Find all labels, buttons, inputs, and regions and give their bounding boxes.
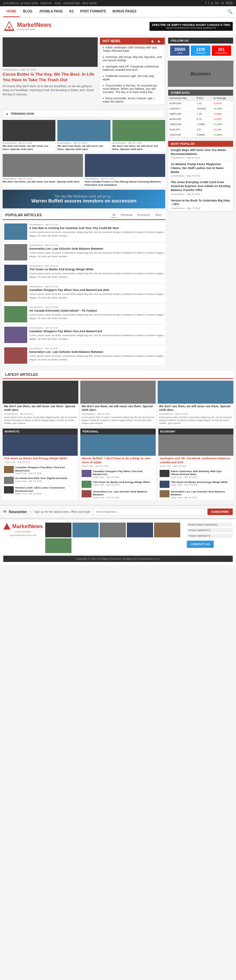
currency-pair: USD/CAD [168,122,195,127]
trending-item[interactable]: SmartAddons - Mar 23, 2018 We don't see … [57,120,110,151]
cat-sub-info: Go Ahead And Date Your Digital Assistant… [15,477,77,482]
nav-k2[interactable]: K2 [66,6,77,17]
currency-change: -0.19% [212,127,233,132]
trending-item[interactable]: SmartAddons - Mar 23, 2018 We don't see … [112,120,165,151]
cat-main-meta: Super User - Mar 22 2018 [81,465,154,467]
latest-article-item[interactable]: We don't see them, we will never see the… [3,381,78,426]
pinterest-icon[interactable]: p [211,1,213,5]
topbar-buynow[interactable]: BUY NOW [83,2,97,5]
footer-link-1[interactable]: INVESTMENT BANKING [187,523,233,527]
featured-title[interactable]: Cocoa Butter Is The Key. We The Best. In… [3,72,98,83]
footer-links: INVESTMENT BANKING TODAY MARKETS TODAY M… [187,523,233,553]
footer-link-3[interactable]: TODAY MARKETS [187,534,233,538]
cat-sub-item[interactable]: TSX Down As Banks And Energy Weigh While… [80,479,155,489]
cat-main-title[interactable]: Apologies and VR: Facebook conference ba… [159,457,232,464]
latest-article-item[interactable]: We don't see them, we will never see the… [80,381,156,426]
footer-email[interactable]: support@marketnews.com [9,534,37,536]
cat-main-title[interactable]: Warren Buffett: 'I don't have to do a th… [81,457,154,464]
most-popular-item[interactable]: As Melania Trump Faces Plagiarism Claims… [168,161,233,179]
most-popular-item[interactable]: Google Maps Will Soon Give You Better Re… [168,147,233,161]
hot-news-prev[interactable]: ◀ [149,39,155,43]
popular-article-item[interactable]: SmartAddons - Mar 23 2018 A Gas Ban Is C… [3,222,165,242]
nav-joomla[interactable]: JOOMLA PAGE [36,6,66,17]
google-icon[interactable]: G+ [215,1,220,5]
popular-article-item[interactable]: SmartAddons - Mar 23 2018 Generation Lex… [3,242,165,262]
most-popular-box: MOST POPULAR Google Maps Will Soon Give … [168,140,233,212]
hot-news-item[interactable]: ▸Adele celebrates 30th birthday with epi… [100,45,165,54]
youtube-count: 261 [213,47,230,52]
cat-sub-item[interactable]: Canadian Shoppers Pay When Visa And Mast… [80,469,155,479]
nav-blog[interactable]: BLOG [20,6,36,17]
facebook-icon[interactable]: f [206,1,206,5]
latest-section: LATEST ARTICLES We don't see them, we wi… [0,371,236,429]
cat-sub-item[interactable]: TSX Down As Banks And Energy Weigh While… [158,479,233,489]
cat-sub-item[interactable]: Generation Lex: Law Schools Seek Balance… [80,489,155,500]
topbar-join[interactable]: JOIN [54,2,61,5]
cat-sub-item[interactable]: Adele Celebrates 30th Birthday With Epic… [158,469,233,479]
hot-news-item[interactable]: ▸Never surrender. Every chance I get, I … [100,95,165,105]
featured-excerpt: Of course they don't want us to eat our … [3,84,98,97]
article-meta: SmartAddons - Mar 23 2018 [29,285,164,288]
newsletter-bar: ✉ Newsletter – Sign up for the latest ne… [0,505,236,519]
popular-article-item[interactable]: SmartAddons - Mar 23 2018 Air Canada Ext… [3,304,165,325]
currency-pair-header: Currency Pair [168,95,195,101]
popular-article-item[interactable]: SmartAddons - Mar 23 2018 Canadian Shopp… [3,284,165,304]
currency-change: -0.25% [212,117,233,122]
trending-item-meta: SmartAddons - Mar 23, 2018 [3,178,83,180]
trending-item[interactable]: SmartAddons - Mar 23, 2018 How Canada Pr… [85,154,165,187]
twitter-follow[interactable]: 1235 Followers [191,46,210,56]
trending-item[interactable]: SmartAddons - Mar 23, 2018 We don't see … [3,120,56,151]
cat-main-image[interactable] [158,434,233,456]
footer-bottom: Copyright © 2013, All Rights Reserved. D… [3,556,233,562]
contact-us-button[interactable]: CONTACT US [187,541,214,548]
currency-pair: USD/CHF [168,132,195,138]
hot-news-next[interactable]: ▶ [156,39,162,43]
newsletter-input[interactable] [93,508,205,515]
nav-bonus[interactable]: BONUS PAGES [109,6,140,17]
tab-tech[interactable]: Tech [154,213,163,218]
hot-news-item[interactable]: ▸Cocoa butter is the key. To succeed you… [100,83,165,95]
twitter-icon[interactable]: t [209,1,209,5]
topbar-signin[interactable]: SIGN IN [40,2,51,5]
hot-news-item[interactable]: ▸American Idol recap: Big risk, big wins… [100,54,165,64]
tab-economy[interactable]: Economy [136,213,151,218]
hot-news-item[interactable]: ▸Celebrate success right, the only way, … [100,73,165,83]
latest-excerpt: Lorem ipsum dolor sit amet, consectetur … [81,416,155,425]
cat-main-image[interactable] [3,434,78,456]
hot-news-header: HOT NEWS ◀ ▶ [100,38,165,45]
cat-sub-item[interactable]: Generation Lex: Law Schools Seek Balance… [158,489,233,500]
footer-link-2[interactable]: TODAY MARKETS [187,528,233,533]
nav-post-formats[interactable]: POST FORMATS [77,6,109,17]
facebook-follow[interactable]: 35565 Likes [170,46,190,56]
most-popular-item[interactable]: The Amex EveryDay Credit Card From Ameri… [168,179,233,197]
cat-sub-item[interactable]: Canadian Shoppers Pay When Visa And Mast… [3,465,78,476]
most-popular-item[interactable]: Verizon In No Rush To Undertake Big Data… [168,197,233,212]
linkedin-icon[interactable]: in [222,1,224,5]
rss-icon[interactable]: RSS [226,1,233,5]
cat-main-title[interactable]: TSX down as Banks and Energy Weigh While [4,457,77,461]
article-meta: SmartAddons - Mar 23 2018 [29,244,164,247]
trending-icon: ▲ [6,112,8,115]
popular-article-item[interactable]: SmartAddons - Mar 23 2018 Generation Lex… [3,346,165,366]
tab-personal[interactable]: Personal [119,213,134,218]
popular-article-item[interactable]: SmartAddons - Mar 22 2018 Canadian Shopp… [3,325,165,345]
latest-article-item[interactable]: We don't see them, we will never see the… [158,381,233,426]
cat-sub-item[interactable]: Go Ahead And Date Your Digital Assistant… [3,476,78,485]
newsletter-subscribe-button[interactable]: SUBSCRIBE [207,509,233,515]
footer-images [45,523,184,553]
cat-sub-item[interactable]: Howard Levitt: CEO Loses Constructive Di… [3,485,78,496]
youtube-follow[interactable]: 261 Subscribers [212,46,231,56]
cat-main-image[interactable] [80,434,155,456]
category-personal: PERSONAL Warren Buffett: 'I don't have t… [80,429,155,500]
currency-row: GBP/USD 1.35 -0.09% [168,111,233,117]
topbar-advertise[interactable]: ADVERTISE [63,2,80,5]
nav-home[interactable]: HOME [3,6,20,17]
tab-all[interactable]: All [111,213,117,218]
hot-news-item[interactable]: ▸Apologies and VR: Facebook conference b… [100,64,165,73]
cat-sub-info: Canadian Shoppers Pay When Visa And Mast… [93,470,154,478]
banner-ad-title: Warren Buffett assures investors on succ… [8,198,160,204]
search-icon[interactable]: 🔍 [228,9,233,14]
popular-article-item[interactable]: SmartAddons - Mar 23 2018 TSX Down As Ba… [3,263,165,283]
topbar-date: SATURDAY, 12 MAY 2018 [3,2,38,5]
trending-item[interactable]: SmartAddons - Mar 23, 2018 We don't see … [3,154,83,187]
